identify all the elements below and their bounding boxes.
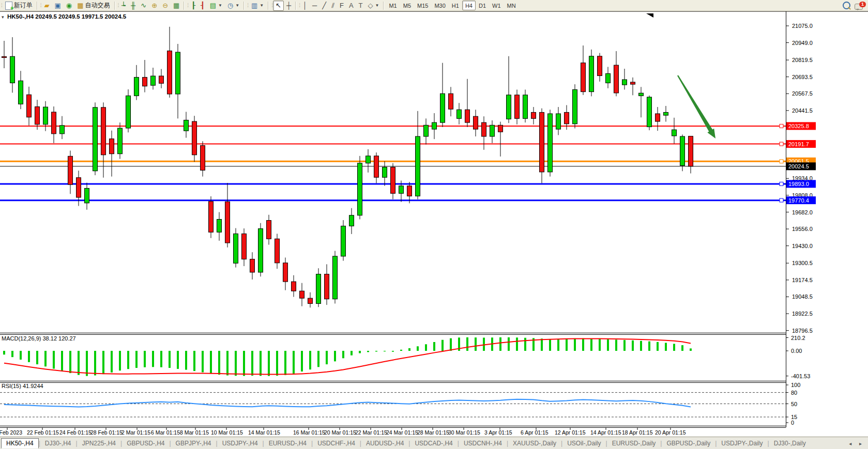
svg-text:0.00: 0.00 [791,348,802,354]
svg-text:20191.7: 20191.7 [788,141,809,147]
chart-tab-usdchfh4[interactable]: USDCHF-,H4 [313,439,360,448]
channel-tool-icon: ⫽ [331,1,334,10]
auto-scroll-icon: ┠ [191,1,195,10]
svg-text:-401.53: -401.53 [791,373,810,379]
zoom-out-icon: ⊖ [162,1,168,10]
chevron-down-icon: ▼ [235,3,239,8]
channel-tool-button[interactable]: ⫽ [329,1,337,11]
signal-button[interactable]: ◉ [64,1,74,11]
chart-tab-jpn225h4[interactable]: JPN225-,H4 [78,439,120,448]
chart-tab-xauusddaily[interactable]: XAUUSD-,Daily [508,439,561,448]
chart-tab-usdcadh4[interactable]: USDCAD-,H4 [410,439,457,448]
svg-text:10 Mar 01:15: 10 Mar 01:15 [211,429,243,436]
candle-chart-mode-icon: ╫ [131,1,135,10]
chart-window-button[interactable]: ▰ [42,1,52,11]
timeframe-button-d1[interactable]: D1 [476,1,489,10]
timeframe-button-mn[interactable]: MN [504,1,519,10]
svg-text:24 Feb 01:15: 24 Feb 01:15 [59,429,92,436]
svg-text:19048.5: 19048.5 [792,293,813,300]
macd-signal-line [4,338,691,374]
trend-arrow-annotation[interactable] [677,75,715,138]
chart-tab-dj30daily[interactable]: DJ30-,Daily [769,439,811,448]
bar-chart-mode-icon: ┶ [121,1,126,10]
text-tool-button[interactable]: A [346,1,356,11]
timeframe-button-m5[interactable]: M5 [400,1,414,10]
timeframe-button-w1[interactable]: W1 [489,1,504,10]
timeframe-button-h4[interactable]: H4 [462,1,476,10]
rsi-indicator [0,393,786,417]
svg-text:21075.0: 21075.0 [792,23,813,29]
chart-tab-gbpjpyh4[interactable]: GBPJPY-,H4 [171,439,216,448]
svg-text:20 Apr 01:15: 20 Apr 01:15 [655,429,686,436]
candle-chart-mode-button[interactable]: ╫ [128,1,138,11]
new-order-button[interactable]: 新订单 [3,1,35,11]
chart-shift-button[interactable]: ┨ [198,1,207,11]
indicators-button[interactable]: ▥▼ [249,1,266,11]
toolbar-drag-handle: ⁞ [187,3,188,8]
tab-scroll-arrows[interactable]: ◂ ▸ [849,441,865,446]
svg-text:20819.5: 20819.5 [792,57,813,63]
svg-text:18 Apr 01:15: 18 Apr 01:15 [622,429,653,436]
cursor-tool-button[interactable]: ↖ [273,1,284,11]
svg-text:19300.5: 19300.5 [792,260,813,266]
svg-text:20 Mar 01:15: 20 Mar 01:15 [324,429,356,436]
panel-borders [0,11,868,428]
period-icon: ◷ [227,1,233,10]
chevron-down-icon: ▼ [218,3,222,8]
trendline-tool-button[interactable]: ╱ [319,1,329,11]
timeframe-button-m30[interactable]: M30 [431,1,448,10]
svg-text:22 Mar 01:15: 22 Mar 01:15 [355,429,387,436]
svg-text:6 Apr 01:15: 6 Apr 01:15 [521,429,549,436]
zoom-in-icon: ⊕ [151,1,157,10]
shapes-tool-button[interactable]: ◇▼ [366,1,382,11]
chart-tab-gbpusddaily[interactable]: GBPUSD-,Daily [662,439,715,448]
macd-label: MACD(12,26,9) 38.12 120.27 [2,335,76,342]
svg-text:100: 100 [791,382,800,388]
chart-tab-audusdh4[interactable]: AUDUSD-,H4 [361,439,408,448]
candlestick-series [2,27,693,307]
chart-title: HK50-,H4 20249.5 20249.5 19971.5 20024.5 [7,13,127,20]
time-axis[interactable]: 20 Feb 202322 Feb 01:1524 Feb 01:1528 Fe… [0,427,686,436]
price-axis[interactable]: 21075.020949.020819.520693.520567.520441… [786,23,813,426]
price-line-20325.8[interactable] [0,124,786,128]
chart-tab-dj30h4[interactable]: DJ30-,H4 [40,439,76,448]
timeframe-button-m15[interactable]: M15 [414,1,431,10]
chart-tab-gbpusdh4[interactable]: GBPUSD-,H4 [122,439,169,448]
search-icon[interactable] [843,2,850,9]
chart-canvas[interactable]: 21075.020949.020819.520693.520567.520441… [0,0,868,437]
tile-windows-button[interactable]: ▦ [171,1,182,11]
period-button[interactable]: ◷▼ [225,1,242,11]
chart-tab-eurusdh4[interactable]: EURUSD-,H4 [264,439,311,448]
autotrade-button[interactable]: ▦自动交易 [74,1,112,11]
toolbar-drag-handle: ⁞ [1,3,2,8]
toolbar-drag-handle: ⁞ [247,3,248,8]
timeframe-button-h1[interactable]: H1 [449,1,462,10]
svg-text:19682.0: 19682.0 [792,209,813,215]
chart-tab-usdcnhh4[interactable]: USDCNH-,H4 [459,439,507,448]
bar-chart-mode-button[interactable]: ┶ [119,1,128,11]
svg-text:18922.5: 18922.5 [792,311,813,317]
crosshair-tool-button[interactable]: ┼ [284,1,294,11]
chart-tab-eurusddaily[interactable]: EURUSD-,Daily [607,439,661,448]
chart-tab-usoildaily[interactable]: USOil-,Daily [562,439,605,448]
chart-tab-usdjpydaily[interactable]: USDJPY-,Daily [717,439,767,448]
line-chart-mode-button[interactable]: ∿ [138,1,149,11]
indicators-icon: ▥ [251,1,257,10]
price-line-20061.5[interactable] [0,160,786,163]
svg-text:14 Mar 01:15: 14 Mar 01:15 [248,429,280,436]
label-tool-button[interactable]: T [356,1,366,11]
shapes-tool-icon: ◇ [368,1,373,10]
fibonacci-tool-button[interactable]: F [337,1,346,11]
new-chart-button[interactable]: ▤▼ [207,1,225,11]
zoom-out-button[interactable]: ⊖ [160,1,171,11]
terminal-button[interactable]: ▣ [52,1,64,11]
timeframe-button-m1[interactable]: M1 [386,1,400,10]
hline-tool-button[interactable]: ─ [310,1,319,11]
vline-tool-button[interactable]: │ [300,1,310,11]
zoom-in-button[interactable]: ⊕ [149,1,160,11]
auto-scroll-button[interactable]: ┠ [189,1,198,11]
chart-shift-marker [646,13,653,18]
chart-tab-usdjpyh4[interactable]: USDJPY-,H4 [218,439,263,448]
chart-tab-hk50h4[interactable]: HK50-,H4 [1,438,39,448]
svg-text:20 Feb 2023: 20 Feb 2023 [0,429,22,436]
